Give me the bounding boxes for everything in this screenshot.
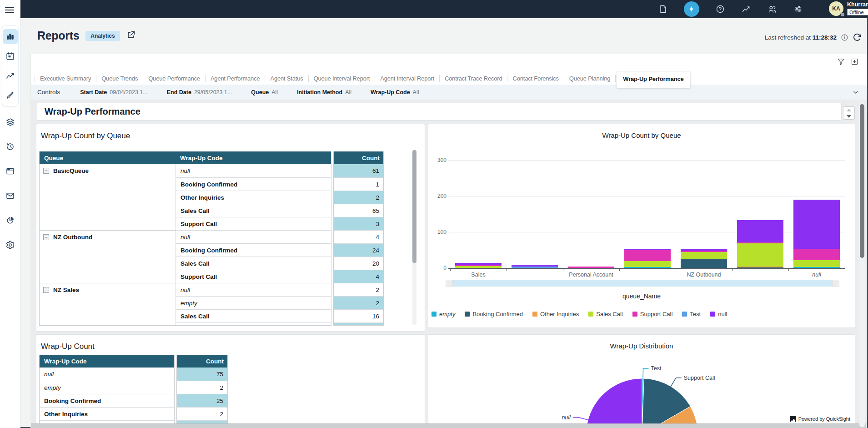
export-download-icon[interactable] xyxy=(851,58,858,65)
count-cell[interactable]: 20 xyxy=(334,257,383,270)
bar-segment-empty[interactable] xyxy=(624,267,671,268)
tab-queue-trends[interactable]: Queue Trends xyxy=(97,72,142,85)
table-row[interactable]: empty xyxy=(40,296,331,309)
table-row[interactable]: Booking Confirmed xyxy=(40,243,331,257)
table-row[interactable]: null xyxy=(40,368,174,381)
wrapup-code-cell[interactable]: Other Inquiries xyxy=(40,407,174,420)
control-end-date[interactable]: End Date 29/05/2023 1... xyxy=(167,89,232,96)
scrollbar-thumb[interactable] xyxy=(412,150,416,263)
collapse-group-button[interactable]: – xyxy=(43,287,49,293)
count-cell[interactable]: 65 xyxy=(334,204,383,217)
wrapup-code-cell[interactable]: null xyxy=(176,230,331,243)
wrapup-code-cell[interactable]: null xyxy=(40,368,174,381)
count-cell[interactable]: 61 xyxy=(334,164,383,177)
table-row[interactable]: Sales Call xyxy=(40,204,331,217)
wrapup-code-cell[interactable]: Support Call xyxy=(176,270,331,283)
tab-contract-trace-record[interactable]: Contract Trace Record xyxy=(441,72,507,85)
horizontal-scrollbar-track[interactable] xyxy=(31,423,866,428)
sidebar-item-settings[interactable] xyxy=(3,237,18,252)
sidebar-item-reports[interactable] xyxy=(3,29,18,44)
column-header-count[interactable]: Count xyxy=(334,155,383,161)
count-cell[interactable]: 3 xyxy=(334,217,383,230)
avatar[interactable]: KA xyxy=(829,1,843,16)
bar-segment-empty[interactable] xyxy=(793,267,840,268)
sidebar-item-analytics[interactable] xyxy=(3,213,18,228)
collapse-group-button[interactable]: – xyxy=(43,168,49,174)
bar-segment-booking-confirmed[interactable] xyxy=(737,267,783,268)
tab-agent-interval-report[interactable]: Agent Interval Report xyxy=(376,72,438,85)
info-icon[interactable] xyxy=(841,34,848,41)
wrapup-code-cell[interactable]: Sales Call xyxy=(176,204,331,217)
sidebar-item-layers[interactable] xyxy=(3,115,18,130)
notes-icon[interactable] xyxy=(658,4,668,14)
count-cell[interactable]: 75 xyxy=(177,368,227,381)
table-row[interactable]: empty xyxy=(40,381,174,394)
filter-icon[interactable] xyxy=(837,58,845,65)
wrapup-code-cell[interactable]: Sales Call xyxy=(176,257,331,270)
boost-icon[interactable] xyxy=(684,1,699,17)
column-header-wrapup-code[interactable]: Wrap-Up Code xyxy=(40,358,174,365)
table-row[interactable]: –NZ Sales null xyxy=(40,283,331,296)
count-cell[interactable]: 16 xyxy=(334,309,383,322)
count-cell[interactable]: 2 xyxy=(177,407,227,420)
bar-segment-sales-call[interactable] xyxy=(681,252,727,259)
tab-executive-summary[interactable]: Executive Summary xyxy=(36,72,95,85)
wrapup-code-cell[interactable]: null xyxy=(176,164,331,177)
tab-queue-planning[interactable]: Queue Planning xyxy=(565,72,614,85)
legend-item-support-call[interactable]: Support Call xyxy=(632,311,673,317)
agents-icon[interactable] xyxy=(767,4,777,14)
count-cell[interactable]: 24 xyxy=(334,243,383,257)
wrapup-code-cell[interactable]: Booking Confirmed xyxy=(176,177,331,191)
legend-item-empty[interactable]: empty xyxy=(431,311,455,317)
legend-item-other-inquiries[interactable]: Other Inquiries xyxy=(532,311,579,317)
legend-item-null[interactable]: null xyxy=(710,311,727,317)
legend-item-booking-confirmed[interactable]: Booking Confirmed xyxy=(465,311,523,317)
legend-item-sales-call[interactable]: Sales Call xyxy=(588,311,623,317)
wrapup-code-cell[interactable]: Sales Call xyxy=(176,309,331,322)
sidebar-item-trends[interactable] xyxy=(3,68,18,83)
bar-segment-sales-call[interactable] xyxy=(737,243,783,267)
tab-queue-performance[interactable]: Queue Performance xyxy=(144,72,204,85)
step-down-button[interactable] xyxy=(843,113,854,119)
help-icon[interactable] xyxy=(715,4,725,14)
sidebar-item-designer[interactable] xyxy=(3,88,18,103)
bar-segment-null[interactable] xyxy=(737,220,783,242)
count-cell[interactable]: 4 xyxy=(334,270,383,283)
scrollbar-thumb[interactable] xyxy=(860,104,864,258)
tab-agent-performance[interactable]: Agent Performance xyxy=(206,72,264,85)
wrapup-code-cell[interactable]: null xyxy=(176,283,331,296)
column-header-wrapup-code[interactable]: Wrap-Up Code xyxy=(176,155,331,161)
status-select[interactable]: Offline xyxy=(847,9,868,15)
table-row[interactable]: Booking Confirmed xyxy=(40,177,331,191)
table-row[interactable]: –NZ Outbound null xyxy=(40,230,331,243)
table-row[interactable]: Support Call xyxy=(40,270,331,283)
bar-segment-sales-call[interactable] xyxy=(455,266,502,268)
tab-agent-status[interactable]: Agent Status xyxy=(266,72,307,85)
tab-wrap-up-performance[interactable]: Wrap-Up Performance xyxy=(617,72,690,88)
wrapup-code-cell[interactable]: empty xyxy=(176,296,331,309)
vertical-scrollbar[interactable] xyxy=(859,101,865,427)
sidebar-item-history[interactable] xyxy=(3,139,18,154)
sidebar-item-mail[interactable] xyxy=(3,188,18,203)
scroll-left-button[interactable] xyxy=(446,280,453,287)
scrollbar-track[interactable] xyxy=(453,280,832,287)
table-row[interactable]: Support Call xyxy=(40,217,331,230)
scroll-right-button[interactable] xyxy=(832,280,839,287)
menu-icon[interactable] xyxy=(5,7,14,13)
bar-segment-sales-call[interactable] xyxy=(793,260,840,267)
count-cell[interactable]: 25 xyxy=(177,394,227,407)
bar-segment-booking-confirmed[interactable] xyxy=(681,259,727,268)
sidebar-item-schedule[interactable] xyxy=(3,49,18,64)
count-cell[interactable]: 2 xyxy=(334,191,383,204)
count-cell[interactable]: 2 xyxy=(177,381,227,394)
count-cell[interactable]: 4 xyxy=(334,230,383,243)
table-row[interactable]: –BasicQueue null xyxy=(40,164,331,177)
tab-queue-interval-report[interactable]: Queue Interval Report xyxy=(310,72,374,85)
metrics-icon[interactable] xyxy=(741,4,751,14)
control-wrap-up-code[interactable]: Wrap-Up Code All xyxy=(371,89,419,96)
collapse-group-button[interactable]: – xyxy=(43,234,49,240)
sidebar-item-windows[interactable] xyxy=(3,164,18,179)
wrapup-code-cell[interactable]: Support Call xyxy=(176,217,331,230)
control-queue[interactable]: Queue All xyxy=(251,89,278,96)
table-scrollbar[interactable] xyxy=(412,150,416,325)
